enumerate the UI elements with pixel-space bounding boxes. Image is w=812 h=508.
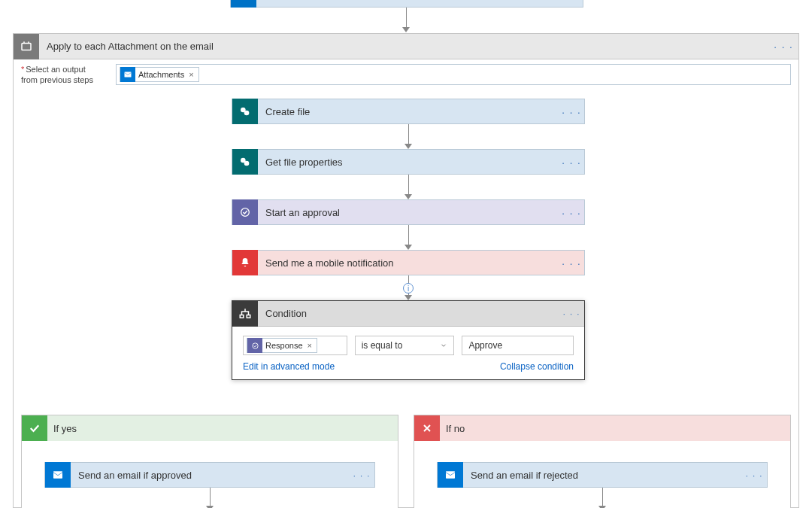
- bell-icon: [232, 250, 258, 275]
- arrow-4: i: [404, 275, 412, 300]
- condition-operator-select[interactable]: is equal to: [355, 336, 455, 355]
- svg-rect-0: [22, 43, 31, 50]
- action-start-approval[interactable]: Start an approval · · ·: [232, 199, 585, 225]
- condition-lhs-input[interactable]: Response ×: [243, 336, 347, 355]
- arrow-3: [404, 225, 412, 250]
- token-response-remove[interactable]: ×: [308, 341, 312, 350]
- approval-icon: [232, 199, 258, 225]
- action-create-file-menu[interactable]: · · ·: [559, 105, 584, 118]
- token-response[interactable]: Response ×: [247, 338, 317, 353]
- apply-to-each-container: Apply to each Attachment on the email · …: [13, 33, 799, 508]
- outlook-icon: [120, 67, 135, 82]
- action-get-file-properties-menu[interactable]: · · ·: [559, 156, 584, 169]
- svg-point-5: [244, 161, 250, 166]
- info-badge: i: [403, 283, 414, 294]
- chevron-down-icon: [440, 342, 447, 349]
- svg-point-3: [244, 111, 250, 116]
- edit-advanced-link[interactable]: Edit in advanced mode: [243, 361, 335, 372]
- action-send-notification-menu[interactable]: · · ·: [559, 257, 584, 269]
- branch-if-yes: If yes Send an email if approved · · ·: [21, 415, 398, 508]
- sharepoint-icon: [232, 149, 258, 175]
- condition-icon: [232, 301, 258, 327]
- svg-rect-1: [125, 72, 132, 78]
- branch-if-no-title: If no: [440, 423, 465, 434]
- select-output-row: *Select an output from previous steps At…: [21, 64, 791, 85]
- token-response-label: Response: [265, 341, 303, 350]
- check-icon: [22, 415, 47, 441]
- svg-rect-7: [240, 315, 244, 318]
- token-attachments-remove[interactable]: ×: [189, 70, 193, 79]
- select-output-label: *Select an output from previous steps: [21, 64, 110, 85]
- apply-to-each-title: Apply to each Attachment on the email: [39, 41, 768, 52]
- action-start-approval-menu[interactable]: · · ·: [559, 206, 584, 219]
- svg-point-9: [252, 342, 257, 348]
- branch-if-no-header[interactable]: If no: [414, 415, 790, 441]
- action-create-file[interactable]: Create file · · ·: [232, 99, 585, 124]
- apply-to-each-header[interactable]: Apply to each Attachment on the email · …: [14, 34, 798, 59]
- close-icon: [414, 415, 440, 441]
- branch-if-yes-title: If yes: [47, 423, 77, 434]
- svg-rect-8: [247, 315, 250, 318]
- action-create-file-label: Create file: [258, 106, 559, 117]
- condition-title: Condition: [258, 308, 559, 319]
- condition-card[interactable]: Condition · · · Response ×: [232, 300, 585, 380]
- outlook-icon: [45, 462, 71, 488]
- apply-to-each-menu[interactable]: · · ·: [768, 40, 798, 53]
- svg-rect-10: [53, 471, 62, 478]
- token-attachments-label: Attachments: [138, 70, 184, 79]
- top-action-partial[interactable]: [230, 0, 583, 8]
- action-send-email-rejected-label: Send an email if rejected: [463, 470, 741, 481]
- loop-icon: [14, 34, 39, 59]
- action-send-email-approved-menu[interactable]: · · ·: [349, 470, 374, 481]
- outlook-icon: [438, 462, 463, 488]
- arrow-top: [402, 8, 410, 32]
- svg-point-6: [241, 208, 250, 217]
- action-send-email-rejected-menu[interactable]: · · ·: [741, 470, 767, 481]
- condition-rhs-input[interactable]: Approve: [462, 336, 574, 355]
- arrow-1: [404, 124, 412, 149]
- action-send-email-approved-label: Send an email if approved: [71, 470, 349, 481]
- branch-if-no: If no Send an email if rejected · · ·: [414, 415, 791, 508]
- action-send-email-approved[interactable]: Send an email if approved · · ·: [44, 462, 375, 488]
- action-send-notification-label: Send me a mobile notification: [258, 257, 559, 269]
- arrow-yes: [206, 488, 214, 508]
- arrow-2: [404, 175, 412, 199]
- action-send-notification[interactable]: Send me a mobile notification · · ·: [232, 250, 585, 275]
- action-start-approval-label: Start an approval: [258, 207, 559, 218]
- action-send-email-rejected[interactable]: Send an email if rejected · · ·: [437, 462, 768, 488]
- condition-header[interactable]: Condition · · ·: [232, 301, 584, 327]
- condition-rhs-value: Approve: [468, 340, 502, 351]
- arrow-no: [598, 488, 606, 508]
- condition-operator-value: is equal to: [362, 340, 403, 351]
- action-get-file-properties-label: Get file properties: [258, 157, 559, 168]
- branch-if-yes-header[interactable]: If yes: [22, 415, 398, 441]
- token-attachments[interactable]: Attachments ×: [120, 67, 199, 82]
- sharepoint-icon: [232, 99, 258, 124]
- action-get-file-properties[interactable]: Get file properties · · ·: [232, 149, 585, 175]
- svg-rect-11: [446, 471, 455, 478]
- approval-icon: [247, 338, 262, 353]
- select-output-input[interactable]: Attachments ×: [116, 64, 791, 85]
- collapse-condition-link[interactable]: Collapse condition: [500, 361, 574, 372]
- condition-menu[interactable]: · · ·: [559, 308, 584, 319]
